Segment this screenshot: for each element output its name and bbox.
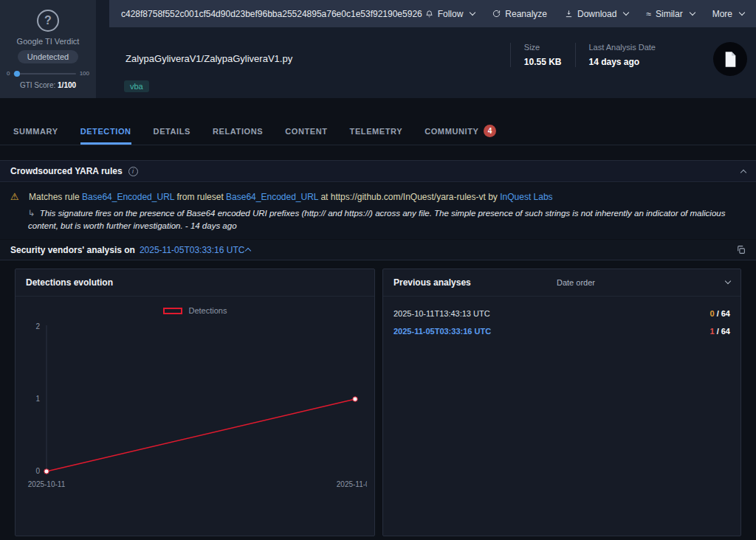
chart-legend[interactable]: Detections [16,306,374,315]
slider-min-label: 0 [7,70,10,77]
chart-panel-header: Detections evolution [16,269,374,297]
slider-dot [14,71,20,77]
info-icon[interactable]: i [128,167,138,176]
verdict-title: Google TI Verdict [17,37,80,46]
file-hash: c428f8758f552c001cf54d90d23bef96bba25524… [121,9,422,19]
previous-analyses-list: 2025-10-11T13:43:13 UTC 0/ 64 2025-11-05… [383,297,740,340]
tab-relations[interactable]: RELATIONS [213,117,263,145]
vendors-analysis-section-bar[interactable]: Security vendors' analysis on 2025-11-05… [0,240,756,260]
reanalyze-icon [492,10,501,18]
tab-community[interactable]: COMMUNITY 4 [425,117,496,145]
tab-detection[interactable]: DETECTION [80,117,131,145]
tab-details[interactable]: DETAILS [154,117,190,145]
collapse-chevron-icon[interactable] [740,169,746,175]
analysis-timestamp[interactable]: 2025-11-05T03:33:16 UTC [140,245,245,255]
gti-verdict-panel: ? Google TI Verdict Undetected 0 100 GTI… [0,0,96,98]
gti-score-value: 1/100 [58,81,76,89]
yara-rule-description: ↳This signature fires on the presence of… [10,207,746,232]
verdict-badge: Undetected [18,50,78,63]
community-count-badge: 4 [484,125,496,137]
question-mark-icon[interactable]: ? [37,10,59,32]
match-prefix: Matches rule [29,192,80,202]
file-report-header: ? Google TI Verdict Undetected 0 100 GTI… [0,0,756,98]
file-info-area: c428f8758f552c001cf54d90d23bef96bba25524… [96,0,756,98]
hash-bar: c428f8758f552c001cf54d90d23bef96bba25524… [109,0,756,27]
file-meta: Size 10.55 KB Last Analysis Date 14 days… [510,43,669,67]
analysis-date: 2025-10-11T13:43:13 UTC [394,309,490,318]
previous-analyses-header: Previous analyses Date order [383,269,740,297]
yara-match-block: ⚠ Matches rule Base64_Encoded_URL from r… [0,183,756,239]
file-size-block: Size 10.55 KB [510,43,575,67]
slider-track [13,73,75,75]
last-analysis-label: Last Analysis Date [589,43,656,52]
rule-link[interactable]: Base64_Encoded_URL [82,192,174,202]
chevron-down-icon [725,278,731,284]
svg-text:2025-10-11: 2025-10-11 [28,480,66,488]
svg-text:2025-11-05: 2025-11-05 [337,480,367,488]
last-analysis-block: Last Analysis Date 14 days ago [575,43,670,67]
chevron-down-icon [470,9,475,15]
svg-text:0: 0 [35,467,40,475]
vendors-analysis-title: Security vendors' analysis on [10,245,135,255]
copy-icon[interactable] [736,245,746,255]
report-tabs: SUMMARY DETECTION DETAILS RELATIONS CONT… [0,117,756,145]
tab-content[interactable]: CONTENT [285,117,327,145]
warning-icon: ⚠ [10,191,19,202]
chevron-down-icon [623,9,629,15]
tab-telemetry[interactable]: TELEMETRY [350,117,403,145]
analysis-row[interactable]: 2025-10-11T13:43:13 UTC 0/ 64 [383,305,740,322]
svg-text:1: 1 [35,395,40,403]
detections-evolution-chart: 0122025-10-112025-11-05 [20,318,367,494]
date-order-select[interactable]: Date order [557,278,730,287]
size-value: 10.55 KB [524,57,562,67]
download-icon [565,10,573,18]
follow-button[interactable]: Follow [425,9,475,19]
last-analysis-value: 14 days ago [589,57,656,67]
gti-score-slider: 0 100 [7,70,89,77]
date-order-label: Date order [557,278,595,287]
document-icon [724,52,737,67]
similar-icon: ≈ [646,9,651,19]
yara-rules-section-bar[interactable]: Crowdsourced YARA rules i [0,160,756,182]
detections-evolution-panel: Detections evolution Detections 0122025-… [15,269,375,536]
analysis-date: 2025-11-05T03:33:16 UTC [394,327,491,336]
analysis-panels: Detections evolution Detections 0122025-… [0,266,756,540]
more-button[interactable]: More [712,9,744,19]
analysis-score: 0/ 64 [710,309,730,318]
return-arrow-icon: ↳ [28,209,35,218]
gti-score: GTI Score: 1/100 [20,81,76,89]
match-middle: from ruleset [176,192,223,202]
previous-analyses-panel: Previous analyses Date order 2025-10-11T… [382,269,741,536]
analysis-score: 1/ 64 [710,327,730,336]
reanalyze-button[interactable]: Reanalyze [492,9,547,19]
legend-label: Detections [189,306,227,315]
match-suffix: at https://github.com/InQuest/yara-rules… [320,192,497,202]
chart-title: Detections evolution [26,277,113,288]
gti-score-label: GTI Score: [20,81,55,89]
chevron-down-icon [739,9,745,15]
download-button[interactable]: Download [565,9,628,19]
hash-actions: Follow Reanalyze Download ≈ Similar [425,9,744,19]
chevron-down-icon [689,9,695,15]
size-label: Size [524,43,562,52]
ruleset-link[interactable]: Base64_Encoded_URL [226,192,318,202]
analysis-row[interactable]: 2025-11-05T03:33:16 UTC 1/ 64 [383,322,740,340]
previous-analyses-title: Previous analyses [394,277,471,288]
slider-max-label: 100 [80,70,89,77]
tab-summary[interactable]: SUMMARY [13,117,58,145]
file-path: ZalypaGyliveraV1/ZalypaGyliveraV1.py [126,53,292,64]
bell-icon [425,10,433,18]
author-link[interactable]: InQuest Labs [500,192,552,202]
legend-swatch [163,308,182,314]
yara-match-line: ⚠ Matches rule Base64_Encoded_URL from r… [10,190,746,204]
file-tag-vba[interactable]: vba [124,80,149,92]
file-type-icon-button[interactable] [713,42,747,76]
tag-row: vba [124,79,149,92]
yara-section-title: Crowdsourced YARA rules [10,166,123,176]
svg-text:2: 2 [35,322,40,330]
collapse-chevron-icon[interactable] [245,248,251,254]
similar-button[interactable]: ≈ Similar [646,9,694,19]
